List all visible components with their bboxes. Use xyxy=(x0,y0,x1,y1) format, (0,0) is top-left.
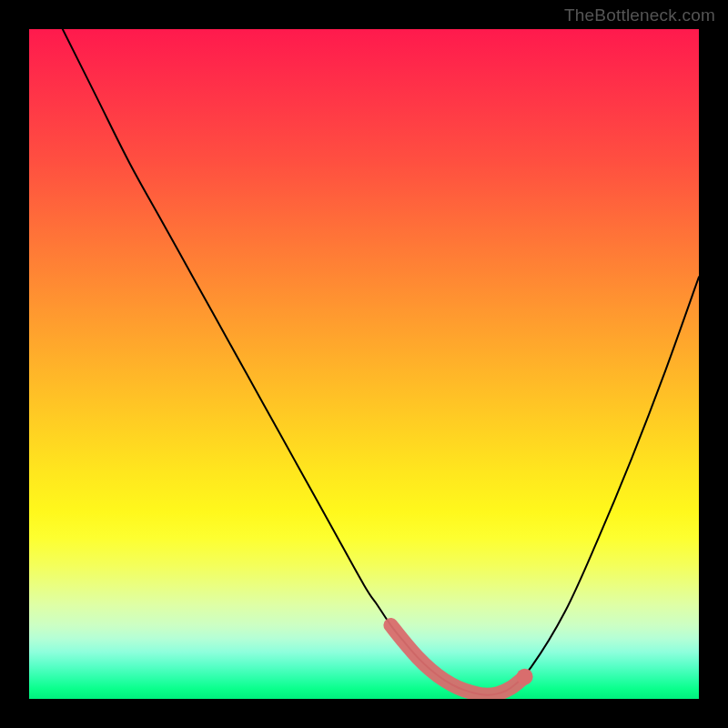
plot-area xyxy=(29,29,699,699)
chart-svg xyxy=(29,29,699,699)
highlight-end-dot xyxy=(517,669,533,685)
chart-frame: TheBottleneck.com xyxy=(0,0,728,728)
curve-line xyxy=(63,29,699,695)
watermark-text: TheBottleneck.com xyxy=(564,5,715,25)
highlight-segment xyxy=(390,625,524,695)
